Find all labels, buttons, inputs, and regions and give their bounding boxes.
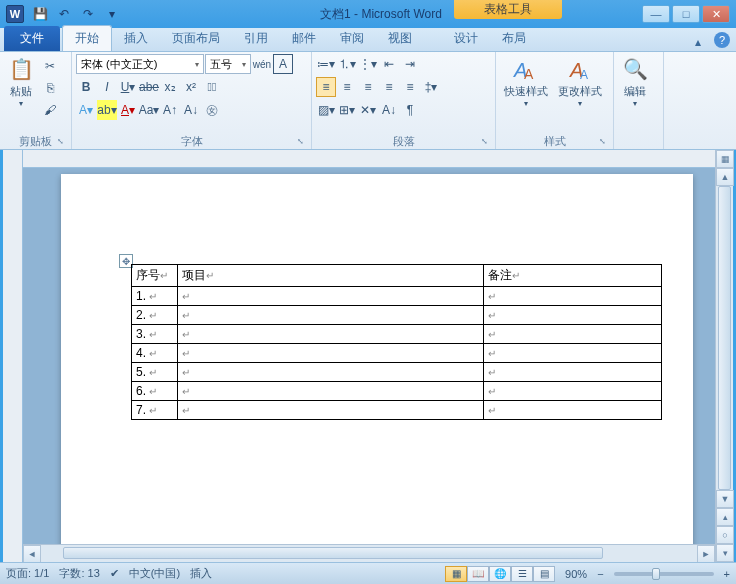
bullets-icon[interactable]: ≔▾ xyxy=(316,54,336,74)
prev-page-icon[interactable]: ▴ xyxy=(716,508,734,526)
highlight-icon[interactable]: ab▾ xyxy=(97,100,117,120)
tab-references[interactable]: 引用 xyxy=(232,26,280,51)
char-border-icon[interactable]: A xyxy=(273,54,293,74)
redo-icon[interactable]: ↷ xyxy=(78,4,98,24)
copy-icon[interactable]: ⎘ xyxy=(40,78,60,98)
tab-review[interactable]: 审阅 xyxy=(328,26,376,51)
vertical-scrollbar[interactable]: ▦ ▲ ▼ ▴ ○ ▾ xyxy=(715,150,733,562)
status-zoom[interactable]: 90% xyxy=(565,568,587,580)
enclose-char-icon[interactable]: ㊛ xyxy=(202,100,222,120)
strikethrough-button[interactable]: abe xyxy=(139,77,159,97)
clipboard-expand-icon[interactable]: ⤡ xyxy=(55,137,65,147)
svg-text:A: A xyxy=(580,68,588,82)
distributed-icon[interactable]: ≡ xyxy=(400,77,420,97)
maximize-button[interactable]: □ xyxy=(672,5,700,23)
tab-insert[interactable]: 插入 xyxy=(112,26,160,51)
font-expand-icon[interactable]: ⤡ xyxy=(295,137,305,147)
phonetic-guide-icon[interactable]: wén xyxy=(252,54,272,74)
status-language[interactable]: 中文(中国) xyxy=(129,566,180,581)
group-clipboard: 📋 粘贴 ▾ ✂ ⎘ 🖌 剪贴板⤡ xyxy=(0,52,72,149)
scroll-thumb-h[interactable] xyxy=(63,547,603,559)
find-button[interactable]: 🔍 编辑▾ xyxy=(618,54,652,110)
change-case-icon[interactable]: Aa▾ xyxy=(139,100,159,120)
tab-view[interactable]: 视图 xyxy=(376,26,424,51)
shrink-font-icon[interactable]: A↓ xyxy=(181,100,201,120)
align-left-icon[interactable]: ≡ xyxy=(316,77,336,97)
shading-icon[interactable]: ▨▾ xyxy=(316,100,336,120)
zoom-out-icon[interactable]: − xyxy=(597,568,603,580)
print-layout-view-icon[interactable]: ▦ xyxy=(445,566,467,582)
paste-button[interactable]: 📋 粘贴 ▾ xyxy=(4,54,38,110)
status-wordcount[interactable]: 字数: 13 xyxy=(59,566,99,581)
scroll-right-icon[interactable]: ► xyxy=(697,545,715,563)
superscript-button[interactable]: x² xyxy=(181,77,201,97)
numbering-icon[interactable]: ⒈▾ xyxy=(337,54,357,74)
tab-page-layout[interactable]: 页面布局 xyxy=(160,26,232,51)
multilevel-list-icon[interactable]: ⋮▾ xyxy=(358,54,378,74)
font-name-combo[interactable]: 宋体 (中文正文)▾ xyxy=(76,54,204,74)
decrease-indent-icon[interactable]: ⇤ xyxy=(379,54,399,74)
tab-design[interactable]: 设计 xyxy=(442,26,490,51)
page[interactable]: ✥ 序号↵ 项目↵ 备注↵ 1. ↵↵↵ 2. ↵↵↵ 3. ↵↵↵ 4. ↵↵… xyxy=(61,174,693,544)
status-mode[interactable]: 插入 xyxy=(190,566,212,581)
clear-format-icon[interactable]: ءؔ xyxy=(202,77,222,97)
quick-styles-button[interactable]: AA 快速样式▾ xyxy=(500,54,552,110)
align-center-icon[interactable]: ≡ xyxy=(337,77,357,97)
save-icon[interactable]: 💾 xyxy=(30,4,50,24)
tab-layout[interactable]: 布局 xyxy=(490,26,538,51)
document-canvas[interactable]: ✥ 序号↵ 项目↵ 备注↵ 1. ↵↵↵ 2. ↵↵↵ 3. ↵↵↵ 4. ↵↵… xyxy=(23,168,715,544)
draft-view-icon[interactable]: ▤ xyxy=(533,566,555,582)
ruler-toggle-icon[interactable]: ▦ xyxy=(716,150,734,168)
borders-icon[interactable]: ⊞▾ xyxy=(337,100,357,120)
help-icon[interactable]: ? xyxy=(714,32,730,48)
next-page-icon[interactable]: ▾ xyxy=(716,544,734,562)
scroll-up-icon[interactable]: ▲ xyxy=(716,168,734,186)
justify-icon[interactable]: ≡ xyxy=(379,77,399,97)
tab-home[interactable]: 开始 xyxy=(62,25,112,51)
scroll-thumb-v[interactable] xyxy=(718,186,731,490)
styles-expand-icon[interactable]: ⤡ xyxy=(597,137,607,147)
browse-object-icon[interactable]: ○ xyxy=(716,526,734,544)
show-marks-icon[interactable]: ¶ xyxy=(400,100,420,120)
document-table[interactable]: 序号↵ 项目↵ 备注↵ 1. ↵↵↵ 2. ↵↵↵ 3. ↵↵↵ 4. ↵↵↵ … xyxy=(131,264,662,420)
sort-icon[interactable]: A↓ xyxy=(379,100,399,120)
subscript-button[interactable]: x₂ xyxy=(160,77,180,97)
horizontal-scrollbar[interactable]: ◄ ► xyxy=(23,544,715,562)
undo-icon[interactable]: ↶ xyxy=(54,4,74,24)
text-effects-icon[interactable]: A▾ xyxy=(76,100,96,120)
status-page[interactable]: 页面: 1/1 xyxy=(6,566,49,581)
file-tab[interactable]: 文件 xyxy=(4,26,60,51)
minimize-button[interactable]: ― xyxy=(642,5,670,23)
change-styles-button[interactable]: AA 更改样式▾ xyxy=(554,54,606,110)
zoom-thumb[interactable] xyxy=(652,568,660,580)
scroll-left-icon[interactable]: ◄ xyxy=(23,545,41,563)
font-color-icon[interactable]: A▾ xyxy=(118,100,138,120)
ribbon-minimize-icon[interactable]: ▴ xyxy=(688,32,708,52)
fullscreen-view-icon[interactable]: 📖 xyxy=(467,566,489,582)
horizontal-ruler[interactable] xyxy=(23,150,715,168)
status-bar: 页面: 1/1 字数: 13 ✔ 中文(中国) 插入 ▦ 📖 🌐 ☰ ▤ 90%… xyxy=(0,562,736,584)
line-spacing-icon[interactable]: ‡▾ xyxy=(421,77,441,97)
italic-button[interactable]: I xyxy=(97,77,117,97)
close-button[interactable]: ✕ xyxy=(702,5,730,23)
zoom-in-icon[interactable]: + xyxy=(724,568,730,580)
qat-dropdown-icon[interactable]: ▾ xyxy=(102,4,122,24)
format-painter-icon[interactable]: 🖌 xyxy=(40,100,60,120)
grow-font-icon[interactable]: A↑ xyxy=(160,100,180,120)
font-size-combo[interactable]: 五号▾ xyxy=(205,54,251,74)
tab-mailings[interactable]: 邮件 xyxy=(280,26,328,51)
bold-button[interactable]: B xyxy=(76,77,96,97)
paragraph-expand-icon[interactable]: ⤡ xyxy=(479,137,489,147)
vertical-ruler[interactable] xyxy=(3,150,23,562)
proofing-icon[interactable]: ✔ xyxy=(110,567,119,580)
scroll-down-icon[interactable]: ▼ xyxy=(716,490,734,508)
increase-indent-icon[interactable]: ⇥ xyxy=(400,54,420,74)
outline-view-icon[interactable]: ☰ xyxy=(511,566,533,582)
text-direction-icon[interactable]: ✕▾ xyxy=(358,100,378,120)
cut-icon[interactable]: ✂ xyxy=(40,56,60,76)
zoom-slider[interactable] xyxy=(614,572,714,576)
svg-text:A: A xyxy=(524,66,534,82)
align-right-icon[interactable]: ≡ xyxy=(358,77,378,97)
underline-button[interactable]: U▾ xyxy=(118,77,138,97)
web-layout-view-icon[interactable]: 🌐 xyxy=(489,566,511,582)
